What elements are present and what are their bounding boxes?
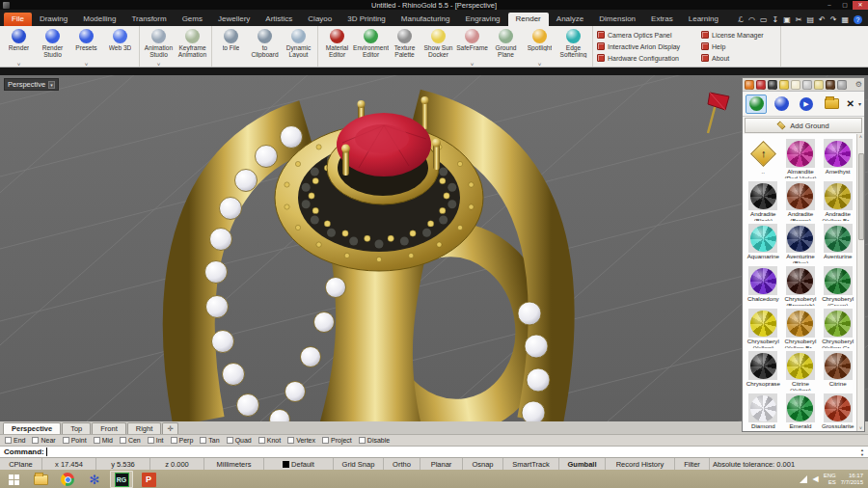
rhinogold-taskbar-button[interactable]: RG	[110, 471, 133, 488]
planar-toggle[interactable]: Planar	[420, 458, 463, 470]
filter-toggle[interactable]: Filter	[675, 458, 710, 470]
osnap-cen[interactable]: Cen	[120, 437, 141, 444]
chevron-down-icon[interactable]: ▾	[48, 81, 55, 89]
open-folder-button[interactable]	[821, 95, 842, 114]
menu-tab-extras[interactable]: Extras	[643, 13, 681, 26]
paste-icon[interactable]: ▤	[806, 15, 814, 24]
delete-button[interactable]: ✕	[847, 98, 854, 109]
osnap-end[interactable]: End	[5, 437, 25, 444]
gem-item[interactable]: Chrysoberyl (Yellow-Gr...	[819, 306, 856, 348]
checkbox-icon[interactable]	[359, 437, 366, 444]
gem-item[interactable]: Almandite (Red-Violet)	[782, 136, 820, 178]
scene-tab-icon[interactable]	[768, 80, 777, 90]
safeframe-button[interactable]: SafeFrame	[455, 27, 489, 67]
checkbox-icon[interactable]	[120, 437, 126, 444]
viewport-label-badge[interactable]: Perspective ▾	[4, 78, 59, 91]
menu-tab-gems[interactable]: Gems	[175, 13, 210, 26]
tab-perspective[interactable]: Perspective	[3, 422, 61, 434]
powerpoint-button[interactable]: P	[137, 471, 160, 488]
menu-tab-manufacturing[interactable]: Manufacturing	[393, 13, 458, 26]
menu-tab-learning[interactable]: Learning	[681, 13, 726, 26]
app-shortcut-button[interactable]: ✻	[83, 471, 106, 488]
gems-tab-icon[interactable]	[756, 80, 766, 90]
dropdown-arrow-icon[interactable]: ▾	[858, 100, 861, 107]
start-button[interactable]	[2, 471, 25, 488]
gem-item[interactable]: Andradite (Yellow-Br...	[819, 178, 856, 221]
menu-tab-analyze[interactable]: Analyze	[549, 13, 591, 26]
gem-item[interactable]: Chrysoberyl (Yellow-Br...	[782, 306, 820, 348]
gem-item[interactable]: Grossularite	[819, 391, 856, 431]
checkbox-icon[interactable]	[63, 437, 69, 444]
copy-icon[interactable]: ▣	[783, 15, 791, 24]
language-indicator[interactable]: ENG ES	[824, 473, 836, 486]
checkbox-icon[interactable]	[148, 437, 154, 444]
menu-tab-transform[interactable]: Transform	[123, 13, 174, 26]
osnap-near[interactable]: Near	[32, 437, 55, 444]
viewport-3d[interactable]: Perspective ▾	[0, 75, 868, 421]
render-button[interactable]: Render	[2, 27, 36, 67]
menu-tab-file[interactable]: File	[4, 13, 32, 26]
checkbox-icon[interactable]	[5, 437, 12, 444]
maximize-button[interactable]: ▢	[837, 1, 853, 10]
osnap-knot[interactable]: Knot	[258, 437, 281, 444]
metal-materials-button[interactable]	[771, 95, 792, 114]
interactive-arion-display-item[interactable]: Interactive Arion Display	[597, 41, 701, 52]
gem-item[interactable]: Andradite (Brown)	[782, 178, 820, 221]
render-preview-tab-icon[interactable]	[745, 80, 754, 90]
volume-icon[interactable]: ◀	[812, 475, 818, 483]
command-line[interactable]: Command: ▲▼	[0, 446, 868, 457]
history-tab-icon[interactable]	[791, 80, 800, 90]
web-3d-button[interactable]: Web 3D	[103, 27, 137, 67]
record-history-toggle[interactable]: Record History	[606, 458, 675, 470]
checkbox-icon[interactable]	[287, 437, 294, 444]
checkbox-icon[interactable]	[171, 437, 177, 444]
gem-item[interactable]: Aventurine	[819, 221, 856, 263]
library-tab-icon[interactable]	[837, 80, 847, 90]
lighting-tab-icon[interactable]	[779, 80, 789, 90]
osnap-point[interactable]: Point	[63, 437, 87, 444]
gem-item[interactable]: Diamond	[745, 391, 782, 431]
scrollbar-thumb[interactable]	[858, 153, 864, 240]
gem-item[interactable]: Andradite (Black)	[745, 178, 782, 221]
edge-softening-button[interactable]: Edge Softening	[556, 27, 590, 67]
osnap-project[interactable]: Project	[322, 437, 352, 444]
pin-icon[interactable]: ↧	[773, 15, 779, 24]
gem-item[interactable]: Emerald	[782, 391, 820, 431]
checkbox-icon[interactable]	[200, 437, 206, 444]
undo-icon[interactable]: ↶	[819, 15, 826, 24]
checkbox-icon[interactable]	[227, 437, 233, 444]
license-manager-item[interactable]: License Manager	[701, 29, 776, 41]
gem-item[interactable]: Chalcedony	[745, 263, 782, 306]
camera-optics-panel-item[interactable]: Camera Optics Panel	[597, 29, 701, 41]
osnap-disable[interactable]: Disable	[359, 437, 390, 444]
scroll-down-icon[interactable]: ˅	[859, 425, 862, 431]
layers-tab-icon[interactable]	[802, 80, 812, 90]
osnap-quad[interactable]: Quad	[227, 437, 252, 444]
osnap-perp[interactable]: Perp	[171, 437, 194, 444]
osnap-mid[interactable]: Mid	[94, 437, 113, 444]
menu-tab-clayoo[interactable]: Clayoo	[300, 13, 339, 26]
gem-item[interactable]: Citrine (Yellow)	[782, 348, 820, 391]
ground-plane-options-button[interactable]: Ground Plane Options	[489, 27, 523, 67]
spotlight-button[interactable]: Spotlight	[523, 27, 556, 67]
dynamic-layout-button[interactable]: Dynamic Layout	[282, 27, 315, 67]
chrome-button[interactable]	[56, 471, 79, 488]
panel-scrollbar[interactable]: ˄ ˅	[856, 134, 864, 431]
gear-icon[interactable]: ⚙	[855, 80, 862, 90]
menu-tab-3d-printing[interactable]: 3D Printing	[339, 13, 393, 26]
cplane-cell[interactable]: CPlane	[0, 458, 42, 470]
environment-editor-button[interactable]: Environment Editor	[354, 27, 388, 67]
materials-tab-icon[interactable]	[814, 80, 824, 90]
textures-tab-icon[interactable]	[826, 80, 835, 90]
menu-tab-drawing[interactable]: Drawing	[32, 13, 75, 26]
network-icon[interactable]	[800, 475, 807, 483]
show-sun-docker-button[interactable]: Show Sun Docker	[421, 27, 455, 67]
render-studio-button[interactable]: Render Studio	[36, 27, 69, 67]
file-explorer-button[interactable]	[29, 471, 52, 488]
osnap-int[interactable]: Int	[148, 437, 164, 444]
tab-right[interactable]: Right	[127, 422, 162, 434]
minimize-button[interactable]: –	[822, 1, 837, 10]
menu-tab-dimension[interactable]: Dimension	[591, 13, 643, 26]
presets-button[interactable]: Presets	[69, 27, 103, 67]
grid-snap-toggle[interactable]: Grid Snap	[334, 458, 384, 470]
